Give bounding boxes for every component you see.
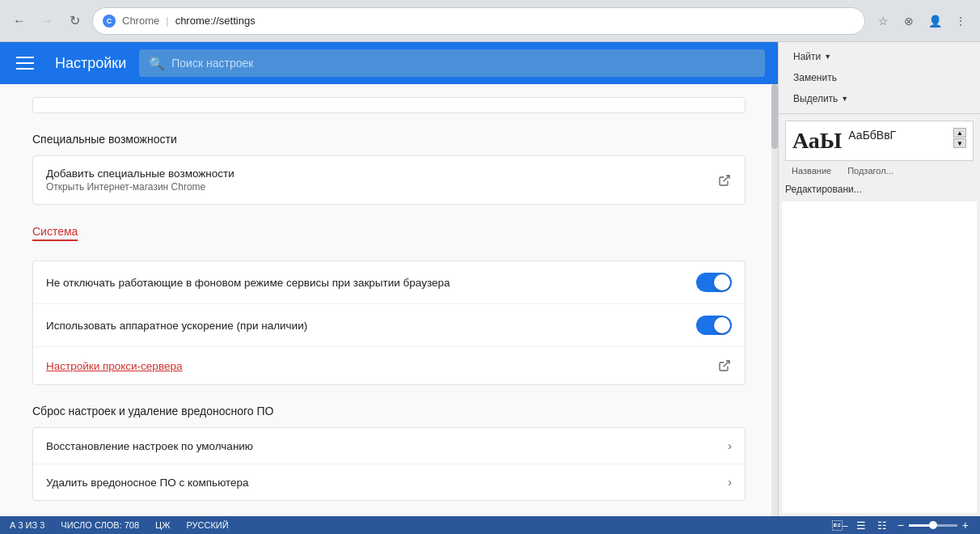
browser-chrome: ← → ↻ C Chrome | chrome://settings ☆ ⊗ 👤… [0, 0, 980, 42]
scrollbar-track[interactable] [771, 84, 778, 516]
add-accessibility-content: Добавить специальные возможности Открыть… [46, 167, 717, 193]
arrow-right-malware: › [728, 476, 732, 489]
hardware-acceleration-row[interactable]: Использовать аппаратное ускорение (при н… [33, 304, 745, 347]
settings-title: Настройки [55, 55, 126, 72]
add-accessibility-title: Добавить специальные возможности [46, 167, 717, 180]
background-services-row[interactable]: Не отключать работающие в фоновом режиме… [33, 261, 745, 304]
replace-label: Заменить [793, 72, 837, 83]
select-arrow: ▼ [841, 95, 848, 103]
arrow-right-restore: › [728, 439, 732, 452]
external-link-icon-accessibility [717, 173, 732, 188]
style-labels: Название Подзагол... [785, 164, 974, 177]
font-scroll-buttons: ▲ ▼ [953, 128, 966, 154]
zoom-minus-button[interactable]: − [896, 519, 906, 532]
scrollbar-thumb[interactable] [771, 84, 778, 149]
font-preview-section: АаЫ АаБбВвГ ▲ ▼ Название Подзагол... [779, 114, 980, 180]
refresh-button[interactable]: ↻ [63, 10, 86, 32]
restore-defaults-row[interactable]: Восстановление настроек по умолчанию › [33, 428, 745, 464]
right-panel-content-area [782, 201, 977, 513]
svg-line-1 [724, 361, 729, 367]
hamburger-line-2 [16, 62, 34, 64]
top-partial-card [32, 97, 746, 113]
remove-malware-row[interactable]: Удалить вредоносное ПО с компьютера › [33, 464, 745, 500]
remove-malware-content: Удалить вредоносное ПО с компьютера [46, 477, 728, 489]
status-bar: А 3 ИЗ 3 ЧИСЛО СЛОВ: 708 ЦЖ РУССКИЙ – ☰… [0, 516, 980, 534]
panel-row-1: Найти ▼ [787, 49, 972, 65]
font-aa-text: АаЫ [792, 128, 842, 154]
svg-line-0 [724, 176, 729, 181]
right-panel: Найти ▼ Заменить Выделить ▼ АаЫ [778, 42, 980, 516]
font-preview-text: АаБбВвГ [848, 129, 896, 142]
background-services-content: Не отключать работающие в фоновом режиме… [46, 277, 696, 289]
system-card: Не отключать работающие в фоновом режиме… [32, 261, 746, 385]
select-button[interactable]: Выделить ▼ [787, 91, 855, 107]
editing-label: Редактировани... [779, 180, 980, 198]
nav-buttons: ← → ↻ [8, 10, 86, 32]
forward-button[interactable]: → [36, 10, 58, 32]
zoom-control: − + [896, 519, 970, 532]
menu-button[interactable]: ⋮ [949, 10, 972, 32]
find-button[interactable]: Найти ▼ [787, 49, 838, 65]
chrome-settings-panel: Настройки 🔍 Специальные возможности Доба… [0, 42, 778, 516]
add-accessibility-row[interactable]: Добавить специальные возможности Открыть… [33, 156, 745, 204]
reset-section: Сброс настроек и удаление вредоносного П… [32, 405, 746, 501]
star-button[interactable]: ☆ [872, 10, 894, 32]
hamburger-button[interactable] [13, 49, 42, 78]
reset-title: Сброс настроек и удаление вредоносного П… [32, 405, 746, 417]
hamburger-line-3 [16, 68, 34, 70]
search-input[interactable] [171, 57, 755, 70]
find-label: Найти [793, 51, 821, 62]
toggle-knob-background [714, 274, 730, 290]
settings-content[interactable]: Специальные возможности Добавить специал… [0, 84, 778, 516]
word-count: ЧИСЛО СЛОВ: 708 [61, 520, 139, 530]
settings-topbar: Настройки 🔍 [0, 42, 778, 84]
find-arrow: ▼ [824, 53, 831, 61]
layout-icon[interactable]: ☰ [854, 518, 868, 532]
chrome-label: Chrome [122, 15, 159, 27]
label-name: Название [792, 166, 831, 176]
select-label: Выделить [793, 93, 838, 104]
external-link-icon-proxy [717, 358, 732, 373]
language: РУССКИЙ [186, 520, 228, 530]
view-icon[interactable]: ☷ [875, 518, 889, 532]
remove-malware-title: Удалить вредоносное ПО с компьютера [46, 477, 728, 489]
hardware-acceleration-title: Использовать аппаратное ускорение (при н… [46, 320, 696, 332]
restore-defaults-title: Восстановление настроек по умолчанию [46, 440, 728, 452]
font-scroll-down[interactable]: ▼ [953, 138, 966, 148]
zoom-slider[interactable] [909, 524, 957, 527]
system-section: Система Не отключать работающие в фоново… [32, 224, 746, 385]
chrome-favicon: C [103, 15, 116, 28]
address-text: chrome://settings [175, 15, 256, 27]
grid-icon[interactable]: – [833, 518, 847, 532]
back-button[interactable]: ← [8, 10, 31, 32]
browser-actions: ☆ ⊗ 👤 ⋮ [872, 10, 972, 32]
address-bar[interactable]: C Chrome | chrome://settings [92, 7, 865, 35]
zoom-thumb [929, 521, 937, 529]
replace-button[interactable]: Заменить [787, 70, 843, 86]
font-preview-area: АаЫ АаБбВвГ ▲ ▼ [785, 121, 974, 161]
right-panel-toolbar: Найти ▼ Заменить Выделить ▼ [779, 42, 980, 114]
zoom-plus-button[interactable]: + [961, 519, 970, 532]
hardware-acceleration-toggle[interactable] [696, 316, 732, 335]
search-icon: 🔍 [149, 56, 165, 71]
address-separator: | [166, 15, 168, 27]
status-bar-right: – ☰ ☷ − + [833, 518, 970, 532]
settings-search-bar[interactable]: 🔍 [139, 49, 765, 77]
zoom-button[interactable]: ⊗ [898, 10, 920, 32]
profile-button[interactable]: 👤 [923, 10, 946, 32]
panel-row-3: Выделить ▼ [787, 91, 972, 107]
hardware-acceleration-content: Использовать аппаратное ускорение (при н… [46, 320, 696, 332]
accessibility-title: Специальные возможности [32, 133, 746, 146]
toggle-knob-hardware [714, 317, 730, 333]
system-title: Система [32, 225, 78, 241]
accessibility-card: Добавить специальные возможности Открыть… [32, 155, 746, 205]
proxy-settings-row[interactable]: Настройки прокси-сервера [33, 347, 745, 384]
label-subheading: Подзагол... [847, 166, 893, 176]
proxy-settings-title: Настройки прокси-сервера [46, 360, 717, 372]
background-services-toggle[interactable] [696, 273, 732, 292]
font-scroll-up[interactable]: ▲ [953, 128, 966, 138]
restore-defaults-content: Восстановление настроек по умолчанию [46, 440, 728, 452]
accessibility-section: Специальные возможности Добавить специал… [32, 133, 746, 205]
background-services-title: Не отключать работающие в фоновом режиме… [46, 277, 696, 289]
reset-card: Восстановление настроек по умолчанию › У… [32, 427, 746, 501]
